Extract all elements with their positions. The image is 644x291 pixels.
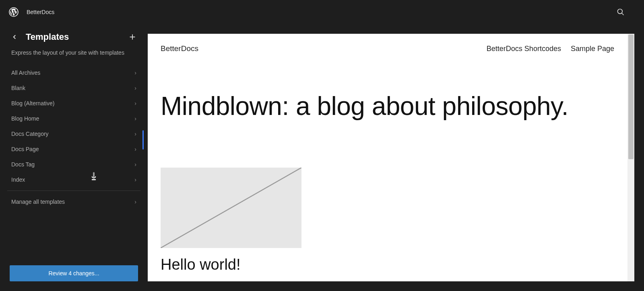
scroll-indicator[interactable] — [142, 130, 144, 150]
main-area: Templates Express the layout of your sit… — [0, 24, 644, 291]
chevron-right-icon: › — [134, 176, 136, 183]
template-label: Docs Page — [11, 146, 39, 152]
sidebar-title: Templates — [26, 32, 69, 42]
wordpress-logo-icon[interactable] — [8, 6, 19, 18]
template-label: Blog (Alternative) — [11, 100, 54, 107]
chevron-right-icon: › — [134, 100, 136, 107]
template-label: Blog Home — [11, 115, 39, 122]
template-label: Blank — [11, 85, 25, 91]
svg-line-2 — [622, 13, 624, 15]
search-button[interactable] — [613, 5, 628, 19]
chevron-right-icon: › — [134, 115, 136, 122]
template-item-blog-home[interactable]: Blog Home › — [0, 111, 148, 126]
preview-content: BetterDocs BetterDocs Shortcodes Sample … — [148, 34, 634, 273]
chevron-right-icon: › — [134, 146, 136, 152]
sidebar-header-left: Templates — [10, 32, 69, 42]
top-bar: BetterDocs — [0, 0, 644, 24]
preview-scrollbar[interactable] — [627, 34, 634, 281]
template-item-docs-category[interactable]: Docs Category › — [0, 126, 148, 141]
review-changes-button[interactable]: Review 4 changes... — [10, 265, 138, 281]
chevron-right-icon: › — [134, 70, 136, 76]
template-label: Docs Tag — [11, 161, 35, 168]
template-item-docs-page[interactable]: Docs Page › — [0, 141, 148, 157]
preview-header: BetterDocs BetterDocs Shortcodes Sample … — [161, 34, 614, 64]
preview-frame[interactable]: BetterDocs BetterDocs Shortcodes Sample … — [148, 34, 634, 281]
template-label: Docs Category — [11, 131, 49, 137]
chevron-right-icon: › — [134, 199, 136, 205]
site-name[interactable]: BetterDocs — [27, 9, 54, 15]
sidebar: Templates Express the layout of your sit… — [0, 24, 148, 291]
chevron-right-icon: › — [134, 85, 136, 91]
chevron-right-icon: › — [134, 131, 136, 137]
nav-item-sample-page[interactable]: Sample Page — [571, 45, 614, 53]
svg-point-1 — [618, 9, 623, 14]
add-template-button[interactable] — [127, 31, 138, 43]
preview-site-title[interactable]: BetterDocs — [161, 44, 198, 53]
top-bar-left: BetterDocs — [8, 6, 54, 18]
template-label: Index — [11, 176, 25, 183]
template-item-blank[interactable]: Blank › — [0, 80, 148, 96]
sidebar-description: Express the layout of your site with tem… — [0, 47, 148, 65]
manage-templates-label: Manage all templates — [11, 199, 65, 205]
template-item-blog-alternative[interactable]: Blog (Alternative) › — [0, 96, 148, 111]
post-featured-image-placeholder[interactable] — [161, 168, 301, 248]
template-item-index[interactable]: Index › — [0, 172, 148, 187]
divider — [7, 191, 140, 191]
template-item-docs-tag[interactable]: Docs Tag › — [0, 157, 148, 172]
preview-panel: BetterDocs BetterDocs Shortcodes Sample … — [148, 24, 644, 291]
post-title[interactable]: Hello world! — [161, 256, 614, 273]
sidebar-header: Templates — [0, 24, 148, 47]
template-list: All Archives › Blank › Blog (Alternative… — [0, 65, 148, 265]
template-label: All Archives — [11, 70, 40, 76]
template-item-all-archives[interactable]: All Archives › — [0, 65, 148, 80]
manage-all-templates[interactable]: Manage all templates › — [0, 194, 148, 209]
preview-post: Hello world! — [161, 168, 614, 273]
nav-item-shortcodes[interactable]: BetterDocs Shortcodes — [487, 45, 561, 53]
chevron-right-icon: › — [134, 161, 136, 168]
preview-scroll-thumb[interactable] — [628, 35, 634, 159]
preview-heading[interactable]: Mindblown: a blog about philosophy. — [161, 92, 614, 121]
preview-nav: BetterDocs Shortcodes Sample Page — [487, 45, 614, 53]
review-button-wrapper: Review 4 changes... — [0, 265, 148, 291]
back-button[interactable] — [10, 32, 19, 42]
